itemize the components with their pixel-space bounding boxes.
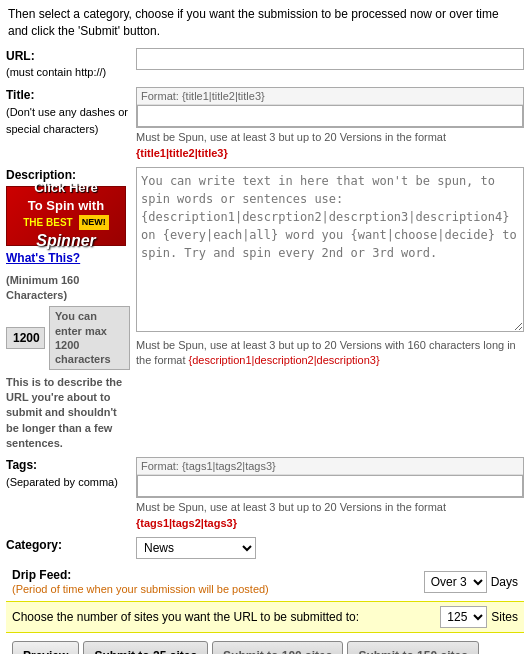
url-input-col bbox=[136, 48, 524, 70]
tags-hint: Must be Spun, use at least 3 but up to 2… bbox=[136, 500, 524, 531]
sites-right-label: Sites bbox=[491, 610, 518, 624]
tags-format-hint: Format: {tags1|tags2|tags3} bbox=[137, 458, 523, 475]
tags-row: Tags: (Separated by comma) Format: {tags… bbox=[6, 457, 524, 531]
drip-feed-row: Drip Feed: (Period of time when your sub… bbox=[6, 565, 524, 599]
drip-control: Over 1 Over 2 Over 3 Over 4 Over 5 Days bbox=[424, 571, 518, 593]
category-row: Category: News Business Technology Sport… bbox=[6, 537, 524, 559]
title-format-hint: Format: {title1|title2|title3} bbox=[137, 88, 523, 105]
spinner-ad-new: NEW! bbox=[79, 215, 109, 230]
title-spin-format: {title1|title2|title3} bbox=[136, 147, 228, 159]
description-label-col: Description: Click Here To Spin with THE… bbox=[6, 167, 136, 452]
title-label: Title: (Don't use any dashes or special … bbox=[6, 87, 136, 137]
what-this-link[interactable]: What's This? bbox=[6, 250, 130, 267]
url-label: URL: (must contain http://) bbox=[6, 48, 136, 82]
title-input[interactable] bbox=[137, 105, 523, 127]
category-input-col: News Business Technology Sports Entertai… bbox=[136, 537, 524, 559]
preview-button[interactable]: Preview bbox=[12, 641, 79, 654]
description-textarea[interactable] bbox=[136, 167, 524, 332]
char-count-display: 1200 bbox=[6, 327, 45, 350]
tags-label: Tags: (Separated by comma) bbox=[6, 457, 136, 491]
tags-input-wrapper: Format: {tags1|tags2|tags3} bbox=[136, 457, 524, 498]
description-hint: Must be Spun, use at least 3 but up to 2… bbox=[136, 338, 524, 369]
tags-input[interactable] bbox=[137, 475, 523, 497]
submit-100-button[interactable]: Submit to 100 sites bbox=[212, 641, 343, 654]
min-chars-label: (Minimum 160 Characters) bbox=[6, 273, 130, 304]
title-input-col: Format: {title1|title2|title3} Must be S… bbox=[136, 87, 524, 161]
url-input[interactable] bbox=[136, 48, 524, 70]
description-input-col: Must be Spun, use at least 3 but up to 2… bbox=[136, 167, 524, 369]
buttons-row: Preview Submit to 25 sites Submit to 100… bbox=[6, 637, 524, 654]
sites-row: Choose the number of sites you want the … bbox=[6, 601, 524, 633]
drip-label: Drip Feed: bbox=[12, 568, 71, 582]
description-row: Description: Click Here To Spin with THE… bbox=[6, 167, 524, 452]
sites-label: Choose the number of sites you want the … bbox=[12, 610, 359, 624]
instruction-text: Then select a category, choose if you wa… bbox=[0, 0, 530, 48]
submit-150-button[interactable]: Submit to 150 sites bbox=[347, 641, 478, 654]
drip-label-col: Drip Feed: (Period of time when your sub… bbox=[12, 568, 342, 596]
spinner-ad-line2: To Spin with bbox=[28, 197, 104, 215]
char-hint-box: You can enter max 1200 characters bbox=[49, 306, 130, 369]
category-select[interactable]: News Business Technology Sports Entertai… bbox=[136, 537, 256, 559]
desc-spin-format: {description1|description2|description3} bbox=[189, 354, 380, 366]
submit-25-button[interactable]: Submit to 25 sites bbox=[83, 641, 208, 654]
tags-spin-format: {tags1|tags2|tags3} bbox=[136, 517, 237, 529]
url-row: URL: (must contain http://) bbox=[6, 48, 524, 82]
tags-input-col: Format: {tags1|tags2|tags3} Must be Spun… bbox=[136, 457, 524, 531]
char-counter-area: 1200 You can enter max 1200 characters bbox=[6, 306, 130, 369]
title-hint: Must be Spun, use at least 3 but up to 2… bbox=[136, 130, 524, 161]
spinner-ad[interactable]: Click Here To Spin with THE BEST NEW! Sp… bbox=[6, 186, 126, 246]
sites-select[interactable]: 25 50 75 100 125 150 bbox=[440, 606, 487, 628]
drip-days-label: Days bbox=[491, 575, 518, 589]
drip-select[interactable]: Over 1 Over 2 Over 3 Over 4 Over 5 bbox=[424, 571, 487, 593]
title-row: Title: (Don't use any dashes or special … bbox=[6, 87, 524, 161]
spinner-ad-line1: Click Here bbox=[34, 179, 98, 197]
desc-note: This is to describe the URL you're about… bbox=[6, 375, 130, 452]
spinner-ad-line3: THE BEST bbox=[23, 216, 72, 230]
drip-sublabel: (Period of time when your submission wil… bbox=[12, 583, 269, 595]
category-label: Category: bbox=[6, 537, 136, 554]
title-input-wrapper: Format: {title1|title2|title3} bbox=[136, 87, 524, 128]
sites-control: 25 50 75 100 125 150 Sites bbox=[440, 606, 518, 628]
